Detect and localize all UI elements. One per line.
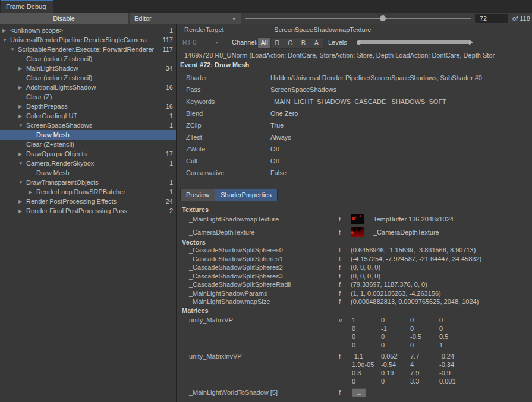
tree-item[interactable]: ▼DrawTransparentObjects1: [0, 178, 176, 187]
tree-item[interactable]: Clear (color+Z+stencil): [0, 54, 176, 64]
tree-item[interactable]: Clear (color+Z+stencil): [0, 73, 176, 83]
tree-item[interactable]: Clear (Z+stencil): [0, 140, 176, 149]
frame-debug-tab[interactable]: Frame Debug: [1, 0, 53, 13]
tree-item[interactable]: Clear (Z): [0, 92, 176, 102]
texture-row: _MainLightShadowmapTexture f TempBuffer …: [177, 213, 532, 226]
channel-button-b[interactable]: B: [297, 38, 310, 48]
vector-row: _MainLightShadowmapSizef(0.0004882813, 0…: [177, 297, 532, 306]
event-detail-panel: RenderTarget _ScreenSpaceShadowmapTextur…: [177, 24, 532, 402]
frame-slider-track[interactable]: [245, 18, 471, 19]
tree-item[interactable]: ▶MainLightShadow34: [0, 64, 176, 73]
event-count: 24: [166, 198, 176, 205]
tree-item[interactable]: ▶DrawOpaqueObjects17: [0, 149, 176, 159]
vector-row: _CascadeShadowSplitSpheres1f(-4.157254, …: [177, 255, 532, 264]
disable-button[interactable]: Disable: [0, 13, 128, 24]
matrix-row: unity_MatrixInvVP f -1.10.0527.7-0.24 1.…: [177, 352, 532, 385]
texture-value: _CameraDepthTexture: [373, 226, 439, 239]
render-target-row: RenderTarget _ScreenSpaceShadowmapTextur…: [177, 24, 532, 36]
property-row: CullOff: [177, 155, 532, 167]
disclosure-triangle-icon[interactable]: ▶: [18, 208, 26, 214]
texture-row: _CameraDepthTexture f _CameraDepthTextur…: [177, 226, 532, 239]
tree-item[interactable]: ▶<unknown scope>1: [0, 26, 176, 35]
property-row: ZTestAlways: [177, 131, 532, 143]
tree-item[interactable]: ▼Camera.RenderSkybox1: [0, 159, 176, 168]
levels-slider[interactable]: [357, 40, 473, 45]
disclosure-triangle-icon[interactable]: ▶: [18, 151, 26, 157]
frame-number-field[interactable]: 72: [475, 14, 508, 23]
event-title: Event #72: Draw Mesh: [180, 60, 249, 70]
texture-value: TempBuffer 136 2048x1024: [373, 213, 454, 226]
disclosure-triangle-icon[interactable]: ▼: [18, 180, 26, 185]
tree-item[interactable]: ▶DepthPrepass16: [0, 102, 176, 111]
event-count: 17: [166, 150, 176, 157]
disclosure-triangle-icon[interactable]: ▶: [2, 28, 10, 33]
vector-row: _CascadeShadowSplitSphereRadiif(79.33697…: [177, 280, 532, 289]
vectors-section-heading: Vectors: [182, 238, 206, 246]
disclosure-triangle-icon[interactable]: ▶: [18, 66, 26, 71]
event-tree-panel: ▶<unknown scope>1 ▼UniversalRenderPipeli…: [0, 24, 177, 402]
tree-item-selected[interactable]: Draw Mesh: [0, 130, 176, 140]
texture-name: _CameraDepthTexture: [189, 226, 255, 239]
texture-type: f: [339, 213, 341, 226]
surface-info: 1469x728 R8_UNorm (LoadAction: DontCare,…: [184, 50, 532, 60]
levels-slider-min-handle[interactable]: [357, 40, 361, 45]
expand-matrix-array-button[interactable]: ...: [352, 388, 366, 397]
tree-item[interactable]: ▶AdditionalLightsShadow16: [0, 83, 176, 92]
frame-total-label: of 118: [512, 13, 530, 24]
texture-type: f: [339, 226, 341, 239]
disclosure-triangle-icon[interactable]: ▶: [18, 199, 26, 204]
title-bar: Frame Debug: [0, 0, 532, 13]
chevron-down-icon: ▼: [232, 13, 236, 24]
property-row: ZWriteOff: [177, 143, 532, 155]
frame-slider-handle[interactable]: [380, 15, 386, 21]
matrices-section-heading: Matrices: [182, 306, 209, 315]
event-count: 1: [169, 27, 176, 34]
texture-thumbnail[interactable]: [351, 227, 364, 237]
channel-button-g[interactable]: G: [284, 38, 297, 48]
channel-button-a[interactable]: A: [310, 38, 323, 48]
disclosure-triangle-icon[interactable]: ▼: [10, 47, 18, 52]
texture-thumbnail[interactable]: [351, 214, 364, 224]
channel-button-group: All R G B A: [257, 37, 323, 49]
channel-button-all[interactable]: All: [258, 38, 271, 48]
event-count: 117: [162, 36, 176, 43]
rt-index-dropdown[interactable]: RT 0 ▼: [180, 36, 223, 49]
vector-row: _MainLightShadowParamsf(1, 1, 0.00210526…: [177, 289, 532, 298]
disclosure-triangle-icon[interactable]: ▶: [18, 104, 26, 109]
event-count: 1: [169, 112, 176, 119]
frame-debugger-window: Frame Debug Disable Editor ▼ 72 of 118 ▶…: [0, 0, 532, 402]
event-count: 16: [166, 84, 176, 91]
property-row: BlendOne Zero: [177, 107, 532, 119]
disclosure-triangle-icon[interactable]: ▶: [28, 189, 36, 195]
matrix-array-row: _MainLightWorldToShadow [5] f ...: [177, 388, 532, 398]
tab-shaderproperties[interactable]: ShaderProperties: [215, 189, 278, 201]
texture-name: _MainLightShadowmapTexture: [189, 213, 279, 226]
tab-preview[interactable]: Preview: [180, 189, 215, 201]
render-target-label: RenderTarget: [184, 24, 224, 36]
disclosure-triangle-icon[interactable]: ▶: [18, 113, 26, 119]
disclosure-triangle-icon[interactable]: ▼: [18, 161, 26, 166]
property-row: ShaderHidden/Universal Render Pipeline/S…: [177, 72, 532, 84]
matrix-values: -1.10.0527.7-0.24 1.9e-05-0.544-0.34 0.3…: [352, 352, 468, 385]
frame-slider[interactable]: [245, 13, 471, 24]
disclosure-triangle-icon[interactable]: ▼: [18, 123, 26, 128]
tree-item[interactable]: Draw Mesh: [0, 168, 176, 178]
toolbar: Disable Editor ▼ 72 of 118: [0, 13, 532, 25]
tree-item[interactable]: ▶Render PostProcessing Effects24: [0, 197, 176, 206]
levels-slider-range[interactable]: [358, 40, 470, 44]
vector-row: _CascadeShadowSplitSpheres2f(0, 0, 0, 0): [177, 263, 532, 272]
detail-tab-bar: Preview ShaderProperties: [180, 189, 278, 201]
tree-item[interactable]: ▼UniversalRenderPipeline.RenderSingleCam…: [0, 35, 176, 45]
target-select-dropdown[interactable]: Editor ▼: [130, 13, 241, 24]
event-count: 1: [169, 179, 176, 186]
levels-slider-max-handle[interactable]: [469, 40, 473, 45]
tree-item[interactable]: ▶Render Final PostProcessing Pass2: [0, 206, 176, 216]
tree-item[interactable]: ▼ScreenSpaceShadows1: [0, 121, 176, 130]
channel-button-r[interactable]: R: [271, 38, 284, 48]
tree-item[interactable]: ▼ScriptableRenderer.Execute: ForwardRend…: [0, 45, 176, 54]
disclosure-triangle-icon[interactable]: ▶: [18, 85, 26, 90]
tree-item[interactable]: ▶ColorGradingLUT1: [0, 111, 176, 121]
levels-label: Levels: [328, 36, 347, 49]
disclosure-triangle-icon[interactable]: ▼: [2, 37, 10, 43]
tree-item[interactable]: ▶RenderLoop.DrawSRPBatcher1: [0, 187, 176, 197]
